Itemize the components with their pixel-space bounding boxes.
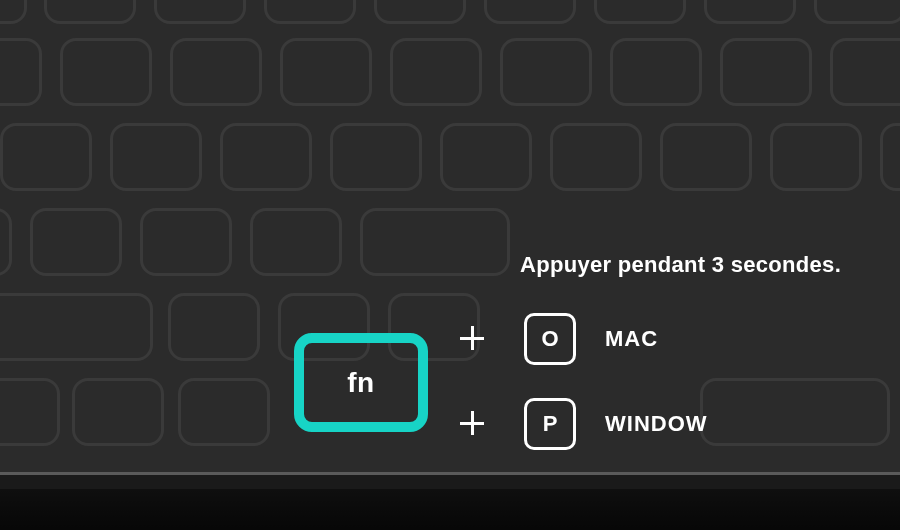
ghost-key (720, 38, 812, 106)
ghost-key (660, 123, 752, 191)
ghost-key (220, 123, 312, 191)
plus-icon (460, 411, 484, 435)
ghost-key (0, 208, 12, 276)
o-key-label: O (541, 326, 558, 352)
os-label-window: WINDOW (605, 411, 708, 437)
ghost-key (500, 38, 592, 106)
plus-icon (460, 326, 484, 350)
ghost-key (880, 123, 900, 191)
ghost-key (140, 208, 232, 276)
ghost-key (700, 378, 890, 446)
ghost-key (264, 0, 356, 24)
ghost-key (0, 378, 60, 446)
os-label-mac: MAC (605, 326, 658, 352)
ghost-key (484, 0, 576, 24)
ghost-key (814, 0, 900, 24)
fn-key: fn (294, 333, 428, 432)
ghost-key (0, 38, 42, 106)
ghost-key (250, 208, 342, 276)
p-key-label: P (543, 411, 558, 437)
instruction-text: Appuyer pendant 3 secondes. (520, 252, 841, 278)
ghost-key (360, 208, 510, 276)
fn-key-label: fn (347, 367, 374, 399)
ghost-key (178, 378, 270, 446)
ghost-key (168, 293, 260, 361)
ghost-key (770, 123, 862, 191)
ghost-key (110, 123, 202, 191)
ghost-key (280, 38, 372, 106)
ghost-key (72, 378, 164, 446)
ghost-key (610, 38, 702, 106)
keyboard-shadow (0, 489, 900, 530)
ghost-key (0, 123, 92, 191)
keyboard-edge (0, 475, 900, 489)
ghost-key (704, 0, 796, 24)
ghost-key (44, 0, 136, 24)
ghost-key (154, 0, 246, 24)
ghost-key (0, 0, 27, 24)
ghost-key (30, 208, 122, 276)
ghost-key (330, 123, 422, 191)
ghost-key (390, 38, 482, 106)
p-key: P (524, 398, 576, 450)
ghost-key (0, 293, 153, 361)
o-key: O (524, 313, 576, 365)
ghost-key (374, 0, 466, 24)
ghost-key (830, 38, 900, 106)
ghost-key (170, 38, 262, 106)
ghost-key (60, 38, 152, 106)
keyboard-illustration: Appuyer pendant 3 secondes. fn O MAC P W… (0, 0, 900, 530)
ghost-key (440, 123, 532, 191)
ghost-key (550, 123, 642, 191)
ghost-key (594, 0, 686, 24)
